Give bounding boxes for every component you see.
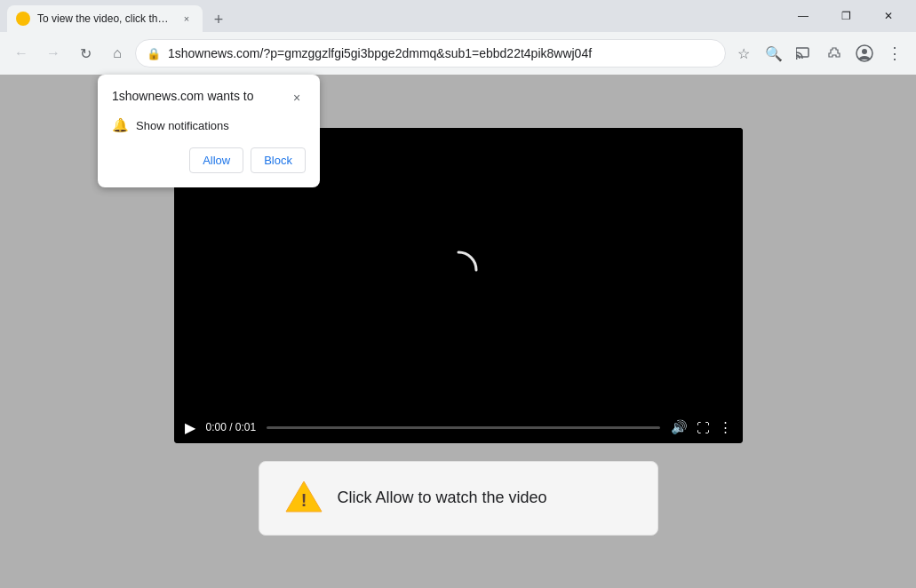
controls-right: 🔊 ⛶ ⋮ [671,419,732,435]
warning-text: Click Allow to watch the video [338,489,547,507]
play-button[interactable]: ▶ [185,419,195,436]
tab-favicon [16,12,30,26]
svg-point-2 [796,58,798,60]
popup-buttons: Allow Block [112,147,306,173]
bell-icon: 🔔 [112,117,129,133]
svg-point-4 [862,49,867,54]
title-bar: To view the video, click the Allow... × … [0,0,916,32]
popup-header: 1shownews.com wants to × [112,89,306,107]
permission-text: Show notifications [136,119,229,132]
popup-close-button[interactable]: × [288,89,306,107]
svg-point-0 [20,15,27,22]
toolbar-right: ☆ 🔍 [729,39,909,68]
maximize-button[interactable]: ❐ [825,3,866,29]
svg-text:!: ! [300,490,307,510]
video-controls: ▶ 0:00 / 0:01 🔊 ⛶ ⋮ [174,412,743,443]
back-button[interactable]: ← [7,39,36,68]
address-text: 1shownews.com/?p=gmzggzlfgi5gi3bpge2dmmq… [168,46,714,60]
bookmark-button[interactable]: ☆ [729,39,758,68]
popup-title: 1shownews.com wants to [112,89,254,103]
loading-spinner [436,248,481,292]
forward-button[interactable]: → [39,39,68,68]
reload-button[interactable]: ↻ [71,39,100,68]
new-tab-button[interactable]: + [206,7,231,32]
navigation-bar: ← → ↻ ⌂ 🔒 1shownews.com/?p=gmzggzlfgi5gi… [0,32,916,75]
time-display: 0:00 / 0:01 [206,421,257,433]
popup-permission-row: 🔔 Show notifications [112,117,306,133]
browser-window: To view the video, click the Allow... × … [0,0,916,588]
warning-icon: ! [284,480,323,513]
page-content: 1shownews.com wants to × 🔔 Show notifica… [0,75,916,588]
tab-close-button[interactable]: × [179,12,194,26]
home-button[interactable]: ⌂ [103,39,131,68]
allow-button[interactable]: Allow [189,147,243,173]
lock-icon: 🔒 [147,47,161,60]
volume-button[interactable]: 🔊 [671,419,688,435]
address-bar[interactable]: 🔒 1shownews.com/?p=gmzggzlfgi5gi3bpge2dm… [135,39,726,68]
minimize-button[interactable]: — [783,3,824,29]
close-window-button[interactable]: ✕ [868,3,909,29]
profile-button[interactable] [850,39,879,68]
more-options-button[interactable]: ⋮ [719,419,732,435]
progress-bar[interactable] [267,426,659,429]
extensions-button[interactable] [820,39,848,68]
tab-title: To view the video, click the Allow... [37,12,172,25]
fullscreen-button[interactable]: ⛶ [697,420,710,435]
window-controls: — ❐ ✕ [783,3,909,29]
zoom-button[interactable]: 🔍 [760,39,788,68]
active-tab[interactable]: To view the video, click the Allow... × [7,5,203,32]
notification-popup: 1shownews.com wants to × 🔔 Show notifica… [98,75,320,187]
cast-button[interactable] [790,39,818,68]
block-button[interactable]: Block [251,147,306,173]
warning-icon-container: ! [284,480,323,517]
menu-button[interactable]: ⋮ [880,39,909,68]
warning-banner: ! Click Allow to watch the video [259,461,658,536]
tab-bar: To view the video, click the Allow... × … [7,0,779,32]
